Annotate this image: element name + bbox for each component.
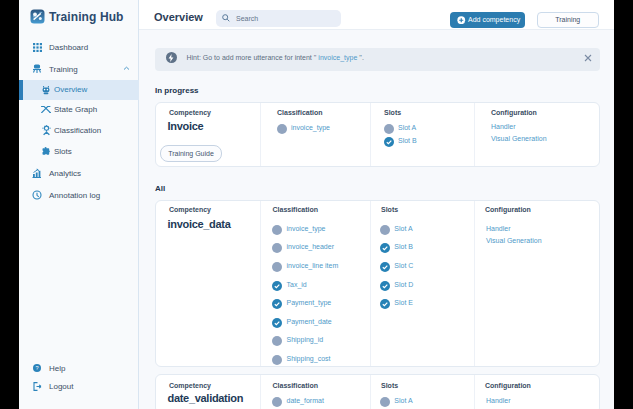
- svg-text:?: ?: [35, 365, 38, 371]
